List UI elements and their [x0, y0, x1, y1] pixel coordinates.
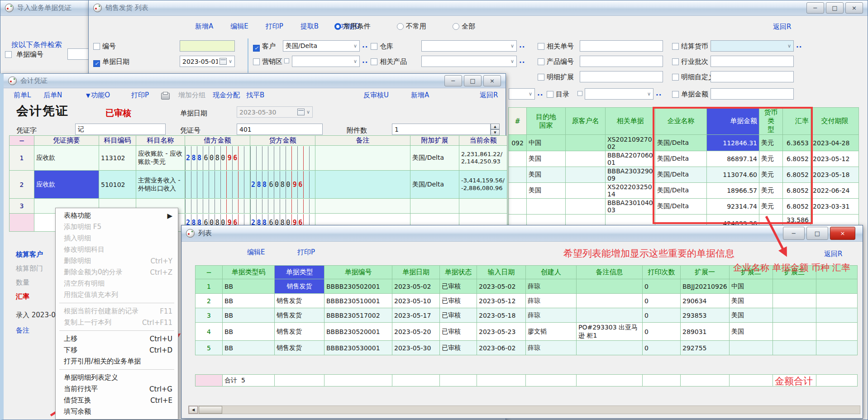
edit-button[interactable]: 编辑E — [230, 22, 248, 31]
func-button[interactable]: ▼功能O — [86, 91, 110, 100]
cell[interactable]: 扩展一 — [681, 266, 730, 279]
sidebar-item-note[interactable]: 备注 — [16, 326, 29, 335]
cell[interactable]: 输入日期 — [477, 266, 526, 279]
cell[interactable]: 92314.74 — [707, 199, 759, 215]
chevron-down-icon[interactable]: ∨ — [529, 91, 532, 97]
cell[interactable] — [816, 341, 858, 355]
extract-button[interactable]: 提取B — [300, 22, 319, 31]
cell[interactable]: 美国 — [730, 323, 773, 341]
cell[interactable] — [566, 199, 606, 215]
doc-no-checkbox[interactable] — [5, 51, 12, 58]
cell[interactable]: 薛琼 — [526, 341, 577, 355]
cell[interactable]: 贷方金额 — [250, 136, 315, 146]
cell[interactable]: 2023-05-12 — [477, 294, 526, 308]
cell[interactable]: 美国/Delta — [410, 146, 459, 171]
currency-checkbox[interactable] — [672, 43, 679, 50]
cell[interactable]: 薛琼 — [526, 279, 577, 294]
menu-item[interactable]: 单据明细列表定义 — [56, 372, 178, 383]
rel-no-checkbox[interactable] — [538, 43, 544, 50]
unaudit-button[interactable]: 反审核U — [363, 91, 389, 100]
rel-product-more-button[interactable]: .. — [519, 57, 525, 65]
cell[interactable]: 美国 — [527, 183, 566, 199]
horizontal-scrollbar[interactable]: ◀ — [188, 406, 860, 414]
cell[interactable]: 113074.60 — [707, 167, 759, 183]
attach-count-input[interactable]: 1 — [392, 124, 491, 135]
cell[interactable]: 美国/Delta — [655, 183, 707, 199]
cell[interactable] — [816, 323, 858, 341]
edit-button[interactable]: 编辑E — [247, 248, 265, 257]
cell[interactable] — [566, 151, 606, 167]
cell[interactable]: 主营业务收入 - 外销出口收入 — [136, 171, 185, 199]
cell[interactable]: 6.8052 — [783, 199, 811, 215]
cell[interactable] — [577, 375, 643, 387]
cell[interactable] — [566, 183, 606, 199]
cell[interactable]: PO#293303 出亚马逊 柜1 — [577, 323, 643, 341]
voucher-no-input[interactable]: 401 — [237, 124, 323, 135]
cell[interactable]: 2,231,861.22/2,144,250.93 — [459, 146, 507, 171]
cell[interactable] — [440, 375, 477, 387]
cell[interactable]: 科目名称 — [136, 136, 185, 146]
credit-cell[interactable] — [250, 199, 315, 214]
cell[interactable]: BBBB230520001 — [324, 323, 392, 341]
cell[interactable]: BBBA230329009 — [606, 167, 655, 183]
balance-button[interactable]: 找平B — [246, 91, 264, 100]
voucher-word-input[interactable]: 记 — [75, 124, 166, 135]
maximize-icon[interactable]: □ — [806, 227, 828, 240]
maximize-icon[interactable]: □ — [826, 2, 844, 14]
menu-item[interactable]: 当前行找平Ctrl+G — [56, 383, 178, 395]
cell[interactable]: 美国/Delta — [655, 167, 707, 183]
cell[interactable] — [816, 294, 858, 308]
scrollbar-thumb[interactable] — [199, 406, 222, 414]
cell[interactable]: 美国 — [527, 151, 566, 167]
close-icon[interactable]: × — [845, 2, 863, 14]
cell[interactable] — [196, 375, 223, 387]
warehouse-checkbox[interactable] — [371, 43, 377, 50]
cell[interactable]: 2 — [196, 294, 223, 308]
cell[interactable] — [527, 199, 566, 215]
cell[interactable]: 6.8052 — [783, 183, 811, 199]
cell[interactable] — [577, 308, 643, 323]
credit-cell[interactable]: 288608096 — [250, 171, 315, 199]
region-checkbox[interactable] — [253, 58, 260, 65]
cell[interactable]: 借方金额 — [185, 136, 250, 146]
cell[interactable] — [410, 199, 459, 214]
scroll-left-icon[interactable]: ◀ — [189, 406, 198, 414]
cell[interactable]: 2023-03-31 — [811, 199, 859, 215]
cell[interactable]: 美国/Delta — [655, 151, 707, 167]
chevron-down-icon[interactable]: ∨ — [510, 43, 514, 49]
credit-cell[interactable] — [250, 146, 315, 171]
cell[interactable]: 中国 — [527, 135, 566, 151]
minimize-icon[interactable]: − — [806, 2, 824, 14]
customer-dropdown[interactable]: 美国/Delta∨ — [283, 40, 360, 52]
minimize-icon[interactable]: − — [444, 75, 462, 86]
cell[interactable] — [577, 341, 643, 355]
detail-custom-input[interactable] — [711, 71, 794, 82]
cell[interactable]: 2023-04-28 — [811, 135, 859, 151]
cell[interactable]: XS20220325014 — [606, 183, 655, 199]
cell[interactable]: 应收账款 - 应收账款-美元 — [136, 146, 185, 171]
detail-ext-input[interactable] — [580, 71, 663, 82]
cell[interactable]: 当前余额 — [459, 136, 507, 146]
cash-alloc-button[interactable]: 现金分配 — [213, 91, 240, 100]
cell[interactable]: 交付期限 — [811, 108, 859, 135]
rel-product-checkbox[interactable] — [371, 58, 377, 65]
cell[interactable]: 美国/Delta — [655, 135, 707, 151]
titlebar-sales[interactable]: 销售发货 列表 − □ × — [89, 0, 868, 16]
close-icon[interactable]: × — [483, 75, 501, 86]
cell[interactable] — [477, 375, 526, 387]
cell[interactable] — [816, 308, 858, 323]
cell[interactable]: 510102 — [99, 171, 136, 199]
print-button[interactable]: 打印P — [131, 91, 149, 100]
cell[interactable]: BBBA230104003 — [606, 199, 655, 215]
cell[interactable]: 美元 — [759, 199, 783, 215]
chevron-down-icon[interactable]: ∨ — [353, 58, 357, 64]
cell[interactable]: 薛琼 — [526, 308, 577, 323]
cell[interactable]: 290634 — [681, 294, 730, 308]
cell[interactable]: 2023-05-30 — [392, 341, 440, 355]
selected-cell[interactable]: 应收款 — [34, 171, 99, 199]
cell[interactable]: 2023-05-12 — [811, 151, 859, 167]
cell[interactable]: 已审核 — [440, 341, 477, 355]
cell[interactable]: 289031 — [681, 323, 730, 341]
cell[interactable]: 美国 — [730, 294, 773, 308]
cell[interactable]: 2023-05-20 — [392, 323, 440, 341]
